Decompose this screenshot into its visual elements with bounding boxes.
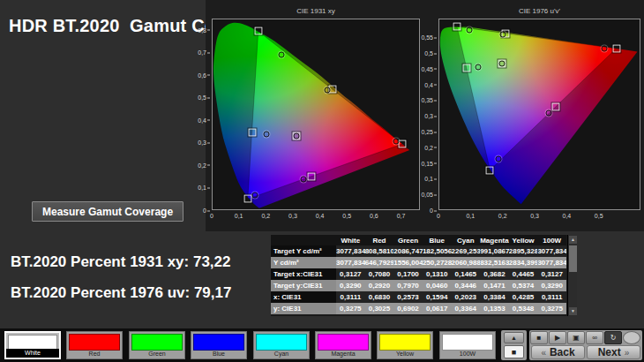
y-tick-label: 0 [420, 207, 433, 214]
measured-yellow-marker [500, 31, 506, 37]
next-button[interactable]: Next » [587, 345, 640, 359]
x-tick-label: 0,1 [466, 213, 475, 219]
pattern-tile-cyan[interactable]: Cyan [253, 331, 310, 359]
table-cell: 0,2920 [365, 280, 394, 291]
table-cell: 250,2728 [423, 257, 452, 268]
x-tick-label: 0,5 [342, 213, 351, 219]
table-cell: 832,5163 [480, 257, 509, 268]
pattern-swatch [442, 334, 493, 351]
table-cell: 1556,0040 [393, 257, 423, 268]
pattern-label: Red [67, 350, 122, 358]
measured-white-marker [293, 133, 299, 140]
pattern-tile-white[interactable]: White [4, 331, 61, 359]
charts-region: CIE 1931 xy 00,10,20,30,40,50,60,70,8 [206, 0, 644, 231]
table-cell: 0,3111 [537, 291, 566, 303]
table-cell: 2895,3285 [509, 245, 538, 257]
pattern-up-icon: ▲ [511, 335, 517, 341]
scrollbar-thumb[interactable] [569, 245, 577, 272]
measured-red-marker [393, 139, 399, 145]
y-tick-label: 0,05 [420, 192, 433, 198]
pattern-tile-magenta[interactable]: Magenta [315, 331, 371, 359]
measured-cyan-marker [475, 64, 481, 71]
measured-blue-marker [496, 155, 502, 162]
measured-white-marker [499, 61, 505, 67]
cie1976-plot [438, 19, 640, 210]
y-tick-label: 0,4 [191, 117, 206, 123]
row-label: Target x:CIE31 [271, 268, 336, 280]
back-button[interactable]: « Back [531, 345, 585, 359]
pattern-tile-green[interactable]: Green [129, 331, 185, 359]
table-cell: 991,0867 [480, 245, 509, 257]
stop-icon: ■ [537, 334, 542, 342]
table-scrollbar[interactable]: ▲ ▼ [567, 235, 577, 316]
scroll-up-icon[interactable]: ▲ [569, 236, 577, 244]
column-header-blue: Blue [423, 235, 452, 245]
table-header: WhiteRedGreenBlueCyanMagentaYellow100W [271, 235, 566, 245]
x-tick-label: 0 [210, 213, 213, 219]
measured-yellow-marker [325, 87, 331, 93]
cie1931-x-axis: 00,10,20,30,40,50,60,7 [212, 212, 420, 221]
pattern-label: Yellow [378, 350, 432, 358]
pattern-tile-red[interactable]: Red [66, 331, 123, 359]
stop-button[interactable]: ■ [530, 331, 548, 344]
column-header-cyan: Cyan [452, 235, 481, 245]
infinity-button[interactable]: ∞ [586, 331, 603, 344]
x-tick-label: 0,6 [370, 213, 378, 219]
round-button[interactable] [623, 331, 640, 344]
pattern-window-button[interactable]: ■ [504, 345, 524, 358]
save-button[interactable]: ▣ [567, 331, 585, 344]
y-tick-label: 0,8 [191, 26, 206, 33]
target-magenta-marker [551, 103, 559, 111]
pattern-label: Blue [191, 350, 246, 358]
column-header-green: Green [393, 235, 423, 245]
table-cell: 0,0460 [423, 280, 452, 291]
pattern-tile-blue[interactable]: Blue [191, 331, 247, 359]
target-magenta-marker [307, 172, 315, 180]
table-cell: 0,5374 [509, 280, 538, 291]
loop-button[interactable]: ↻ [604, 331, 622, 344]
table-cell: 0,3025 [365, 303, 394, 314]
pattern-label: Magenta [316, 350, 371, 358]
y-tick-label: 0,2 [420, 144, 433, 150]
row-label: y: CIE31 [271, 303, 336, 314]
table-row: Target y:CIE310,32900,29200,79700,04600,… [271, 280, 566, 291]
next-chevron-icon: » [625, 348, 630, 358]
pattern-up-button[interactable]: ▲ [504, 332, 524, 343]
target-cyan-marker [462, 64, 470, 72]
table-cell: 0,1471 [480, 280, 509, 291]
table-cell: 0,3127 [336, 268, 365, 280]
y-tick-label: 0,3 [420, 113, 433, 119]
table-cell: 0,3275 [537, 303, 566, 314]
table-cell: 3077,8341 [537, 245, 566, 257]
y-tick-label: 0,1 [420, 176, 433, 182]
measured-cyan-marker [264, 131, 270, 137]
table-cell: 0,6830 [365, 291, 394, 303]
play-icon: ▶ [555, 334, 560, 342]
column-header-white: White [336, 235, 365, 245]
table-body: Target Y cd/m²3077,8341808,58102086,7474… [271, 245, 566, 314]
y-tick-label: 0,3 [191, 140, 206, 146]
x-tick-label: 0 [437, 213, 440, 219]
table-cell: 0,3290 [336, 280, 365, 291]
target-cyan-marker [248, 128, 256, 136]
measure-gamut-button[interactable]: Measure Gamut Coverage [32, 201, 183, 222]
y-tick-label: 0,15 [420, 160, 433, 166]
table-cell: 2269,2531 [452, 245, 481, 257]
pattern-tile-100w[interactable]: 100W [439, 331, 496, 359]
pattern-swatch [131, 334, 183, 351]
play-button[interactable]: ▶ [549, 331, 566, 344]
table-cell: 182,5056 [423, 245, 452, 257]
y-tick-label: 0,7 [191, 49, 206, 56]
y-tick-label: 0,35 [420, 97, 433, 103]
save-icon: ▣ [573, 334, 580, 342]
y-tick-label: 0,4 [420, 81, 433, 87]
scroll-down-icon[interactable]: ▼ [569, 307, 577, 315]
pattern-tile-yellow[interactable]: Yellow [377, 331, 433, 359]
pattern-label: 100W [440, 350, 495, 358]
column-header-red: Red [365, 235, 394, 245]
measured-green-marker [279, 52, 285, 58]
measured-magenta-marker [545, 110, 551, 117]
pattern-controls: ▲■ [501, 330, 527, 360]
cie1931-gamut-graphic [213, 19, 419, 209]
table-cell: 0,1310 [423, 268, 452, 280]
